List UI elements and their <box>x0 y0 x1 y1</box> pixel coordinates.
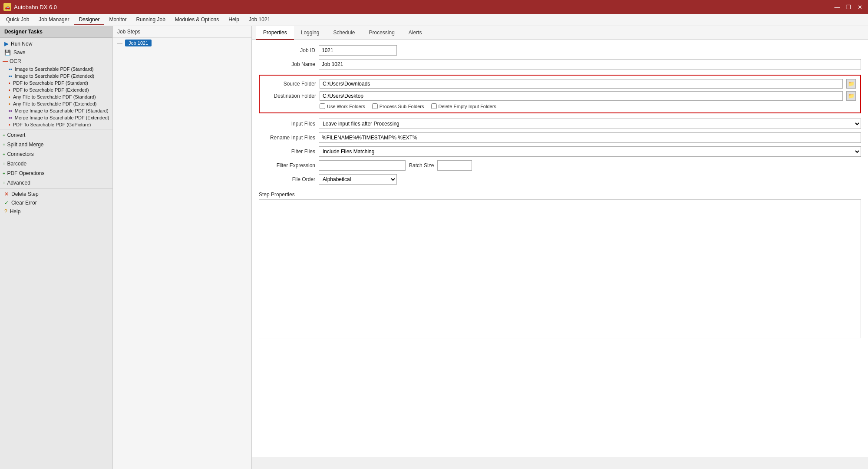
input-files-row: Input Files Leave input files after Proc… <box>259 119 861 129</box>
step-properties-container: Step Properties <box>259 192 861 338</box>
filter-files-select[interactable]: Include Files Matching <box>319 146 861 157</box>
sidebar-item-help[interactable]: ? Help <box>0 207 112 216</box>
sidebar-section-advanced[interactable]: + Advanced <box>0 178 112 188</box>
sidebar-item-pdf-standard[interactable]: ▪ PDF to Searchable PDF (Standard) <box>0 79 112 86</box>
job-id-row: Job ID <box>259 45 861 56</box>
minimize-button[interactable]: — <box>832 2 842 12</box>
menu-designer[interactable]: Designer <box>74 15 104 25</box>
convert-plus-icon: + <box>3 132 5 138</box>
job-steps-header: Job Steps <box>113 26 251 38</box>
sidebar-section-pdf-operations[interactable]: + PDF Operations <box>0 168 112 178</box>
input-files-select[interactable]: Leave input files after Processing <box>319 119 861 129</box>
destination-folder-browse-icon: 📁 <box>848 93 855 99</box>
title-bar: 🚗 Autobahn DX 6.0 — ❐ ✕ <box>0 0 868 14</box>
process-sub-folders-label[interactable]: Process Sub-Folders <box>372 103 424 109</box>
process-sub-folders-checkbox[interactable] <box>372 103 378 109</box>
ocr-item-icon-6: ▪ <box>9 101 10 106</box>
menu-job-1021[interactable]: Job 1021 <box>244 15 274 25</box>
step-properties-box <box>259 199 861 338</box>
filter-expression-row: Filter Expression Batch Size <box>259 160 861 171</box>
split-merge-label: Split and Merge <box>7 142 43 148</box>
job-name-input[interactable] <box>319 59 861 69</box>
right-panel: Properties Logging Schedule Processing A… <box>252 26 868 469</box>
tab-alerts[interactable]: Alerts <box>402 26 429 40</box>
menu-monitor[interactable]: Monitor <box>105 15 131 25</box>
tab-logging[interactable]: Logging <box>294 26 327 40</box>
sidebar-item-gdpicture[interactable]: ▪ PDF To Searchable PDF (GdPicture) <box>0 121 112 128</box>
sidebar-item-merge-extended[interactable]: ▪▪ Merge Image to Searchable PDF (Extend… <box>0 114 112 121</box>
sidebar-item-run-now[interactable]: ▶ Run Now <box>0 40 112 48</box>
run-now-label: Run Now <box>11 41 32 47</box>
sidebar-section-ocr[interactable]: — OCR <box>0 57 112 66</box>
close-button[interactable]: ✕ <box>855 2 865 12</box>
sidebar-item-anyfile-extended[interactable]: ▪ Any File to Searchable PDF (Extended) <box>0 100 112 107</box>
file-order-select[interactable]: Alphabetical Date Modified Date Created … <box>319 174 397 185</box>
sidebar-item-image-standard[interactable]: ▪▪ Image to Searchable PDF (Standard) <box>0 66 112 73</box>
use-work-folders-label[interactable]: Use Work Folders <box>320 103 365 109</box>
tab-schedule[interactable]: Schedule <box>326 26 362 40</box>
source-folder-input[interactable] <box>320 79 843 89</box>
filter-files-label: Filter Files <box>259 149 315 155</box>
barcode-plus-icon: + <box>3 161 5 166</box>
help-icon: ? <box>4 208 7 215</box>
sidebar-section-convert[interactable]: + Convert <box>0 130 112 140</box>
sidebar-section-barcode[interactable]: + Barcode <box>0 159 112 168</box>
step-properties-label: Step Properties <box>259 192 861 198</box>
ocr-label: OCR <box>10 58 21 64</box>
filter-files-row: Filter Files Include Files Matching <box>259 146 861 157</box>
source-folder-browse-button[interactable]: 📁 <box>846 79 856 89</box>
menu-bar: Quick Job Job Manager Designer Monitor R… <box>0 14 868 26</box>
delete-empty-input-folders-label[interactable]: Delete Empty Input Folders <box>431 103 496 109</box>
rename-input-files-row: Rename Input Files <box>259 132 861 143</box>
filter-expression-input[interactable] <box>319 160 406 171</box>
job-id-input[interactable] <box>319 45 397 56</box>
ocr-dash-icon: — <box>3 58 8 64</box>
sidebar-item-pdf-extended[interactable]: ▪ PDF to Searchable PDF (Extended) <box>0 86 112 93</box>
delete-step-icon: ✕ <box>4 191 9 197</box>
menu-running-job[interactable]: Running Job <box>132 15 169 25</box>
destination-folder-input[interactable] <box>320 91 843 101</box>
bottom-bar <box>252 457 868 469</box>
tab-bar: Properties Logging Schedule Processing A… <box>252 26 868 40</box>
menu-quick-job[interactable]: Quick Job <box>2 15 33 25</box>
source-folder-label: Source Folder <box>264 81 316 87</box>
batch-size-input[interactable] <box>437 160 472 171</box>
ocr-item-icon-7: ▪▪ <box>9 108 12 113</box>
center-panel: Job Steps — Job 1021 <box>113 26 252 469</box>
file-order-row: File Order Alphabetical Date Modified Da… <box>259 174 861 185</box>
help-label: Help <box>10 208 21 215</box>
barcode-label: Barcode <box>7 161 26 167</box>
rename-input-files-label: Rename Input Files <box>259 135 315 141</box>
sidebar-item-save[interactable]: 💾 Save <box>0 48 112 57</box>
sidebar-item-anyfile-standard[interactable]: ▪ Any File to Searchable PDF (Standard) <box>0 93 112 100</box>
maximize-button[interactable]: ❐ <box>844 2 853 12</box>
delete-step-label: Delete Step <box>11 191 39 197</box>
advanced-plus-icon: + <box>3 180 5 185</box>
job-step-label[interactable]: Job 1021 <box>125 40 152 46</box>
ocr-item-icon-3: ▪ <box>9 80 10 86</box>
sidebar-section-split-merge[interactable]: + Split and Merge <box>0 140 112 149</box>
menu-job-manager[interactable]: Job Manager <box>34 15 73 25</box>
batch-size-label: Batch Size <box>409 162 434 168</box>
convert-label: Convert <box>7 132 25 138</box>
sidebar-item-delete-step[interactable]: ✕ Delete Step <box>0 190 112 198</box>
use-work-folders-checkbox[interactable] <box>320 103 325 109</box>
tab-properties[interactable]: Properties <box>256 26 294 40</box>
menu-modules-options[interactable]: Modules & Options <box>171 15 223 25</box>
sidebar: Designer Tasks ▶ Run Now 💾 Save — OCR ▪▪… <box>0 26 113 469</box>
delete-empty-input-folders-checkbox[interactable] <box>431 103 437 109</box>
folder-checkboxes: Use Work Folders Process Sub-Folders Del… <box>264 103 856 109</box>
ocr-item-icon-8: ▪▪ <box>9 115 12 120</box>
process-sub-folders-text: Process Sub-Folders <box>380 104 424 109</box>
tab-processing[interactable]: Processing <box>362 26 401 40</box>
menu-help[interactable]: Help <box>224 15 244 25</box>
destination-folder-browse-button[interactable]: 📁 <box>846 91 856 101</box>
sidebar-item-clear-error[interactable]: ✓ Clear Error <box>0 198 112 207</box>
sidebar-item-merge-standard[interactable]: ▪▪ Merge Image to Searchable PDF (Standa… <box>0 107 112 114</box>
delete-empty-input-folders-text: Delete Empty Input Folders <box>439 104 496 109</box>
sidebar-item-image-extended[interactable]: ▪▪ Image to Searchable PDF (Extended) <box>0 73 112 79</box>
sidebar-section-connectors[interactable]: + Connectors <box>0 149 112 159</box>
properties-content: Job ID Job Name Source Folder 📁 <box>252 40 868 457</box>
split-merge-plus-icon: + <box>3 142 5 147</box>
rename-input-files-input[interactable] <box>319 132 861 143</box>
